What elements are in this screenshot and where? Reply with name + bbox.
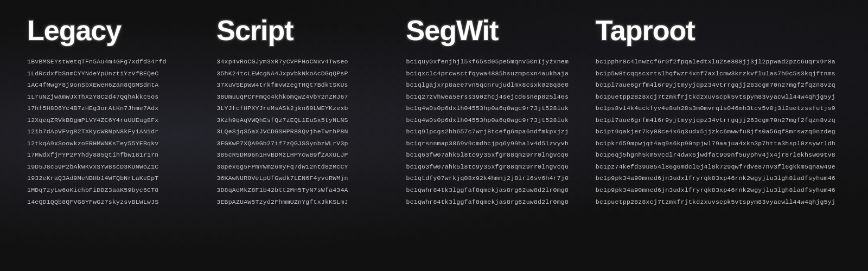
taproot-address-1[interactable]: bc1p5w8tcqqscxrtslhqfwzr4xnf7axlcmw3krzk… — [596, 68, 835, 79]
taproot-address-8[interactable]: bc1p6qj5hgnh5km5vcdlr4dwx6jwdfat909nf5uy… — [596, 150, 835, 160]
column-segwit: SegWitbc1quy0xfenjhjl5kf65sd05pe5mqnv50n… — [401, 16, 590, 260]
script-address-0[interactable]: 34xp4vRoCGJym3xR7yCVPFHoCNxv4Twseo — [216, 56, 390, 67]
script-address-3[interactable]: 38UmuUqPCrFmQo4khkomQwZ4VbY2nZMJ67 — [216, 92, 390, 102]
taproot-address-9[interactable]: bc1pz74kefd39u854l86g6mdcl0j4l8k729qwf7d… — [596, 162, 835, 172]
segwit-address-3[interactable]: bc1q27zvhwea5erss390zhcj4sejcd6snep825l4… — [406, 92, 579, 102]
legacy-address-10[interactable]: 1932eKraQ3Ad9MeNBHb14WFQbNrLaKeEpT — [27, 173, 200, 184]
script-address-12[interactable]: 3EBpAZUAW5Tzyd2FhmmUZnYgftxJkKSLmJ — [216, 197, 390, 208]
script-address-list: 34xp4vRoCGJym3xR7yCVPFHoCNxv4Twseo35hK24… — [216, 56, 390, 207]
main-container: Legacy1BvBMSEYstWetqTFn5Au4m4GFg7xdfd34r… — [0, 0, 868, 271]
script-address-1[interactable]: 35hK24tcLEWcgNA4JxpvbkNkoAcDGqQPsP — [216, 68, 390, 79]
legacy-address-7[interactable]: 12tkqA9xSoowkzoERHMWNKsTey55YEBqkv — [27, 138, 200, 149]
segwit-address-12[interactable]: bc1qwhr84tk3lggfaf8qmekjas8rg62uw8d2lr0m… — [406, 197, 579, 208]
taproot-title: Taproot — [596, 16, 835, 44]
legacy-address-6[interactable]: 12ib7dApVFvg82TXKycWBNpN8kFyiAN1dr — [27, 126, 200, 137]
taproot-address-0[interactable]: bc1pphr8c4lnwzcf6r0f2fpqaledtxlu2se808jj… — [596, 56, 835, 67]
segwit-address-list: bc1quy0xfenjhjl5kf65sd05pe5mqnv50nIjyżxn… — [406, 56, 579, 207]
segwit-title: SegWit — [406, 16, 579, 44]
segwit-address-9[interactable]: bc1q63fw07ahk5l8tc9y35xfgr88qm29rr0lngvc… — [406, 162, 579, 172]
script-address-2[interactable]: 37XuVSEpWW4trkfmvWzegTHQt7BdktSKUs — [216, 80, 390, 91]
legacy-address-5[interactable]: 12XqeqZRVkBDgmPLVY4ZC6Y4ruUUEug8Fx — [27, 115, 200, 126]
taproot-address-6[interactable]: bc1pt9qakjer7ky08ce4x6q3udx5jjzkc6mwwfu8… — [596, 126, 835, 137]
taproot-address-list: bc1pphr8c4lnwzcf6r0f2fpqaledtxlu2se808jj… — [596, 56, 835, 207]
taproot-address-4[interactable]: bc1ps8vl4k4uckfyv4e8uh28s3m0mvrqls046mh3… — [596, 103, 835, 114]
segwit-address-1[interactable]: bc1qxclc4prcwsctfqywa4885hsuzmpcxn4aukha… — [406, 68, 579, 79]
script-address-10[interactable]: 36KAwNUR8VeLpUfGwdk7LEN6F4yvoRWMjn — [216, 173, 390, 184]
segwit-address-11[interactable]: bc1qwhr84tk3lggfaf8qmekjas8rg62uw8d2lr0m… — [406, 185, 579, 196]
column-taproot: Taprootbc1pphr8c4lnwzcf6r0f2fpqaledtxlu2… — [590, 16, 846, 260]
script-address-8[interactable]: 385cR5DM96n1HvBDMzLHPYcw89fZAXULJP — [216, 150, 390, 160]
column-script: Script34xp4vRoCGJym3xR7yCVPFHoCNxv4Twseo… — [211, 16, 400, 260]
legacy-address-11[interactable]: 1MDq7zyLw6oKichbFiDDZ3aaK59byc6CT8 — [27, 185, 200, 196]
script-address-9[interactable]: 3Gpex6g5FPmYWm26myFq7dW12ntd8zMcCY — [216, 162, 390, 172]
legacy-address-3[interactable]: 1LruNZjwamWJXThX2Y8C2d47QqhAkkc5os — [27, 92, 200, 102]
taproot-address-7[interactable]: bc1pkr659mpwjqt4aq9s6kp90npjwl79aajua4xk… — [596, 138, 835, 149]
taproot-address-2[interactable]: bc1pl7aue6grfm4l6r9yjtmyyjqpz34vtrrgqjj2… — [596, 80, 835, 91]
script-address-5[interactable]: 3Kzh9qAqVWQhEsfQz7zEQL1EuSx5tyNLNS — [216, 115, 390, 126]
script-address-7[interactable]: 3FGKwP7XQA9Gb27if7zQGJSSynbzWLrV3p — [216, 138, 390, 149]
segwit-address-0[interactable]: bc1quy0xfenjhjl5kf65sd05pe5mqnv50nIjyżxn… — [406, 56, 579, 67]
column-legacy: Legacy1BvBMSEYstWetqTFn5Au4m4GFg7xdfd34r… — [22, 16, 211, 260]
legacy-address-8[interactable]: 17MWdxfjPYP2PYhdy885QtihfbW181r1rn — [27, 150, 200, 160]
segwit-address-6[interactable]: bc1q9lpcgs2hh657c7wrj8tcefg6mpa6ndfmkpxj… — [406, 126, 579, 137]
taproot-address-12[interactable]: bc1puetpp28z8xcj7tzmkfrjtkdzxuvscpk5vtsp… — [596, 197, 835, 208]
legacy-address-9[interactable]: 19D5J8c59P2bAkWKvxSYw8scD3KUNWoZ1C — [27, 162, 200, 172]
segwit-address-2[interactable]: bc1qlgajxrp8aee7vn5qcnrujudlmx8csxk028q8… — [406, 80, 579, 91]
script-address-4[interactable]: 3LYJfcfHPXYJreMsASk2jkn69LWEYKzexb — [216, 103, 390, 114]
taproot-address-11[interactable]: bc1p9pk34a90mned6jn3udxlfryrqk83xp46rnk2… — [596, 185, 835, 196]
taproot-address-3[interactable]: bc1puetpp28z8xcj7tzmkfrjtkdzxuvscpk5vtsp… — [596, 92, 835, 102]
legacy-address-2[interactable]: 1AC4fMwgY8j9onSbXEWeH6Zan8QGMSdmtA — [27, 80, 200, 91]
script-address-6[interactable]: 3LQeSjqS5aXJVCDGSHPR88QvjheTwrhP8N — [216, 126, 390, 137]
legacy-address-4[interactable]: 17hf5H8D6Yc4B7zHEg3orAtKn7Jhme7Adx — [27, 103, 200, 114]
taproot-address-5[interactable]: bc1pl7aue6grfm4l6r9yjtmyyjqpz34vtrrgqjj2… — [596, 115, 835, 126]
taproot-address-10[interactable]: bc1p9pk34a90mned6jn3udxlfryrqk83xp46rnk2… — [596, 173, 835, 184]
segwit-address-8[interactable]: bc1q63fw07ahk5l8tc9y35xfgr88qm29rr0lngvc… — [406, 150, 579, 160]
segwit-address-4[interactable]: bc1q4w0s0p6dxlh04553hp0a6q8wgc9r73jt528l… — [406, 103, 579, 114]
segwit-address-5[interactable]: bc1q4w0s0p6dxlh04553hp0a6q8wgc9r73jt528l… — [406, 115, 579, 126]
legacy-address-0[interactable]: 1BvBMSEYstWetqTFn5Au4m4GFg7xdfd34rfd — [27, 56, 200, 67]
script-address-11[interactable]: 3D8qAoMkZ8F1b42btt2Mn5TyN7sWfa434A — [216, 185, 390, 196]
legacy-title: Legacy — [27, 16, 200, 44]
legacy-address-list: 1BvBMSEYstWetqTFn5Au4m4GFg7xdfd34rfd1LdR… — [27, 56, 200, 207]
segwit-address-7[interactable]: bc1qrsnnmap3869v9cmdhcjpq6y99halv4d5lzvy… — [406, 138, 579, 149]
legacy-address-1[interactable]: 1LdRcdxfbSnmCYYNdeYpUnztiYzVfBEQeC — [27, 68, 200, 79]
legacy-address-12[interactable]: 14eQD1QQb8QFVG8YFwGz7skyzsvBLWLwJS — [27, 197, 200, 208]
script-title: Script — [216, 16, 390, 44]
segwit-address-10[interactable]: bc1qtdfy07wrkjq08x92k4hmnj2j8lrl6sv6h4r7… — [406, 173, 579, 184]
